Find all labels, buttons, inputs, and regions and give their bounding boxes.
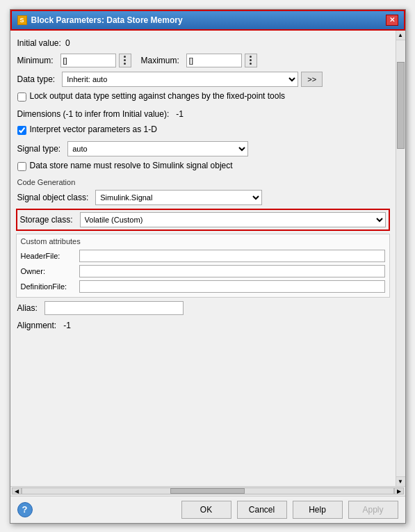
definition-file-input[interactable] [79, 280, 385, 293]
title-buttons: ✕ [386, 15, 398, 26]
main-window: S Block Parameters: Data Store Memory ✕ … [10, 9, 406, 524]
header-file-row: HeaderFile: [21, 248, 385, 264]
data-store-name-row: Data store name must resolve to Simulink… [16, 159, 390, 175]
initial-value-label: Initial value: [17, 38, 61, 48]
minimum-menu-btn[interactable] [119, 54, 131, 67]
scrollable-content: Initial value: 0 Minimum: Maximum: [10, 31, 396, 486]
definition-file-label: DefinitionFile: [21, 282, 76, 291]
ok-button[interactable]: OK [181, 501, 231, 519]
interpret-vector-row: Interpret vector parameters as 1-D [16, 122, 390, 139]
dimensions-row: Dimensions (-1 to infer from Initial val… [16, 106, 390, 122]
owner-row: Owner: [21, 264, 385, 279]
window-icon: S [17, 15, 27, 25]
owner-input[interactable] [79, 265, 385, 277]
dot4 [250, 56, 252, 58]
alignment-label: Alignment: [17, 321, 57, 330]
alias-row: Alias: [16, 299, 390, 317]
data-type-select[interactable]: Inherit: auto [62, 72, 298, 87]
alias-label: Alias: [17, 303, 38, 313]
dot6 [250, 63, 252, 65]
hscroll-thumb [170, 488, 245, 494]
minimum-label: Minimum: [17, 56, 54, 65]
lock-output-checkbox[interactable] [17, 92, 26, 102]
signal-type-select[interactable]: auto [67, 141, 248, 156]
alias-input[interactable] [44, 301, 184, 315]
initial-value-row: Initial value: 0 [16, 35, 390, 51]
help-button[interactable]: Help [293, 501, 343, 519]
help-circle-button[interactable]: ? [17, 502, 33, 517]
header-file-label: HeaderFile: [21, 252, 76, 260]
scroll-thumb [397, 62, 405, 149]
dimensions-label: Dimensions (-1 to infer from Initial val… [17, 109, 170, 119]
owner-label: Owner: [21, 267, 76, 275]
dot3 [124, 63, 126, 65]
signal-type-row: Signal type: auto [16, 139, 390, 159]
signal-object-class-row: Signal object class: Simulink.Signal [16, 188, 390, 207]
dot1 [124, 56, 126, 58]
initial-value-display: 0 [65, 38, 70, 48]
alignment-value: -1 [63, 321, 71, 330]
maximum-input[interactable] [186, 54, 242, 67]
signal-object-class-label: Signal object class: [17, 193, 89, 202]
apply-button[interactable]: Apply [348, 501, 398, 519]
scroll-left-arrow[interactable]: ◀ [12, 487, 22, 494]
storage-class-select[interactable]: Volatile (Custom) [80, 212, 386, 227]
lock-output-label: Lock output data type setting against ch… [30, 91, 384, 101]
close-button[interactable]: ✕ [386, 15, 398, 26]
hscroll-track[interactable] [22, 487, 394, 494]
code-gen-label: Code Generation [17, 178, 76, 186]
data-type-arrow-btn[interactable]: >> [301, 72, 323, 87]
maximum-menu-dots [250, 56, 252, 65]
title-bar: S Block Parameters: Data Store Memory ✕ [10, 10, 405, 31]
data-type-label: Data type: [17, 74, 56, 84]
lock-output-row: Lock output data type setting against ch… [16, 89, 390, 106]
data-store-name-checkbox[interactable] [17, 162, 26, 171]
data-store-name-label: Data store name must resolve to Simulink… [30, 161, 384, 170]
title-bar-left: S Block Parameters: Data Store Memory [17, 15, 183, 25]
minimum-menu-dots [124, 56, 126, 65]
alignment-row: Alignment: -1 [16, 317, 390, 334]
window-title: Block Parameters: Data Store Memory [31, 15, 183, 25]
storage-class-highlighted-row: Storage class: Volatile (Custom) [16, 209, 390, 231]
min-max-row: Minimum: Maximum: [16, 51, 390, 70]
scroll-down-arrow[interactable]: ▼ [396, 476, 405, 486]
header-file-input[interactable] [79, 250, 385, 262]
maximum-menu-btn[interactable] [245, 54, 257, 67]
content-area: Initial value: 0 Minimum: Maximum: [10, 31, 405, 486]
cancel-button[interactable]: Cancel [237, 501, 287, 519]
dot2 [124, 59, 126, 61]
maximum-label: Maximum: [141, 56, 179, 65]
horizontal-scrollbar[interactable]: ◀ ▶ [10, 486, 405, 496]
dimensions-value: -1 [176, 109, 184, 119]
scroll-right-arrow[interactable]: ▶ [394, 487, 404, 494]
storage-class-label: Storage class: [20, 215, 73, 225]
storage-class-row: Storage class: Volatile (Custom) [19, 211, 387, 228]
dot5 [250, 59, 252, 61]
minimum-input[interactable] [60, 54, 116, 67]
code-gen-section: Code Generation [16, 175, 390, 188]
signal-object-class-select[interactable]: Simulink.Signal [95, 190, 262, 205]
button-bar: ? OK Cancel Help Apply [10, 496, 405, 523]
signal-type-label: Signal type: [17, 144, 61, 154]
definition-file-row: DefinitionFile: [21, 279, 385, 294]
scroll-up-arrow[interactable]: ▲ [396, 31, 405, 40]
interpret-vector-label: Interpret vector parameters as 1-D [30, 124, 157, 134]
custom-attrs-section: Custom attributes HeaderFile: Owner: Def… [16, 234, 390, 298]
custom-attrs-title: Custom attributes [21, 237, 385, 245]
interpret-vector-checkbox[interactable] [17, 126, 26, 135]
data-type-row: Data type: Inherit: auto >> [16, 70, 390, 89]
scroll-track[interactable] [396, 40, 405, 476]
vertical-scrollbar[interactable]: ▲ ▼ [396, 31, 405, 486]
